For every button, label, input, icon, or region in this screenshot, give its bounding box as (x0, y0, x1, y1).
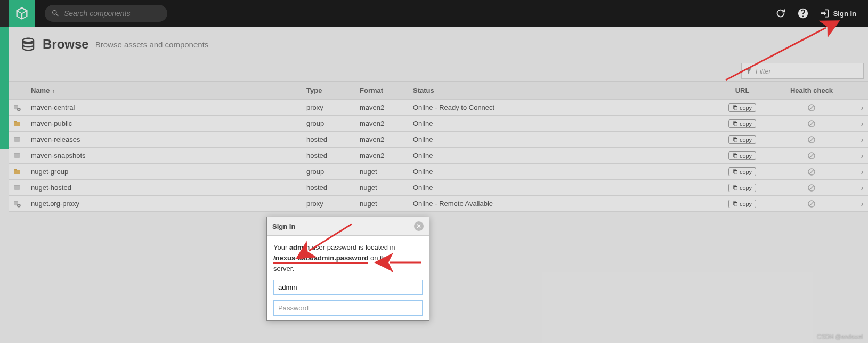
watermark: CSDN @endswel (817, 333, 863, 340)
password-path: /nexus-data/admin.password (273, 254, 368, 264)
dialog-title: Sign In (272, 222, 295, 230)
dialog-body: Your admin user password is located in /… (267, 236, 429, 320)
signin-dialog: Sign In ✕ Your admin user password is lo… (266, 217, 429, 321)
dialog-message: Your admin user password is located in /… (273, 242, 423, 274)
modal-backdrop (0, 0, 868, 343)
username-input[interactable] (273, 280, 423, 295)
dialog-header: Sign In ✕ (267, 217, 429, 236)
close-icon[interactable]: ✕ (414, 221, 424, 231)
password-input[interactable] (273, 300, 423, 316)
